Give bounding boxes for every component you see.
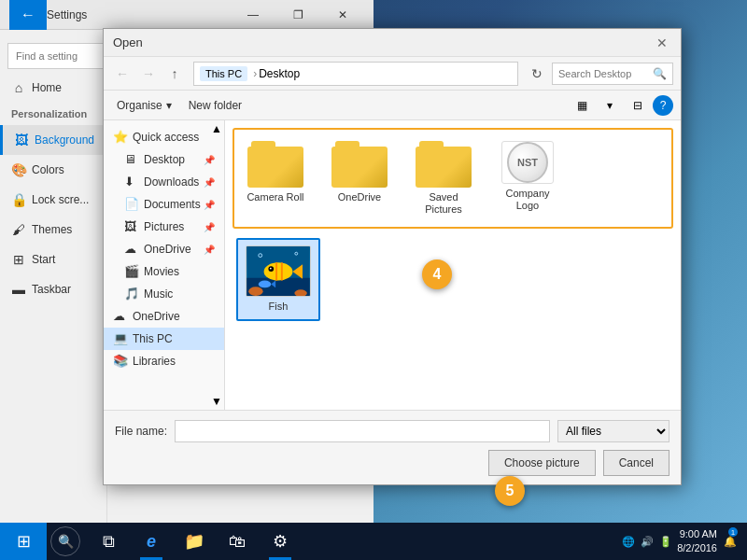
- forward-button[interactable]: →: [137, 63, 160, 85]
- help-button[interactable]: ?: [653, 95, 673, 116]
- sidebar-item-start[interactable]: ⊞ Start: [0, 245, 106, 274]
- sidebar-item-start-label: Start: [32, 253, 55, 266]
- nav-item-onedrive-qa[interactable]: ☁ OneDrive 📌: [104, 238, 224, 260]
- scroll-up-icon[interactable]: ▲: [211, 122, 222, 135]
- view-preview-icon: ▦: [577, 99, 587, 112]
- filename-input[interactable]: [175, 420, 550, 442]
- new-folder-button[interactable]: New folder: [183, 94, 247, 117]
- close-button[interactable]: ✕: [321, 0, 364, 30]
- view-details-button[interactable]: ⊟: [625, 94, 651, 117]
- tray-time-text: 9:00 AM: [677, 527, 717, 541]
- dialog-title: Open: [113, 35, 653, 49]
- settings-search-input[interactable]: [7, 43, 104, 69]
- tray-battery-icon[interactable]: 🔋: [658, 534, 673, 549]
- search-icon: 🔍: [653, 67, 667, 80]
- sidebar-item-colors[interactable]: 🎨 Colors: [0, 155, 106, 185]
- up-button[interactable]: ↑: [163, 63, 186, 85]
- view-preview-button[interactable]: ▦: [569, 94, 595, 117]
- folder-body-onedrive: [331, 147, 388, 188]
- svg-point-4: [264, 263, 293, 281]
- nav-item-libraries-label: Libraries: [133, 355, 176, 368]
- home-icon: ⌂: [11, 80, 26, 95]
- desktop-pin-icon: 📌: [204, 155, 215, 165]
- colors-icon: 🎨: [11, 162, 26, 177]
- nav-item-documents[interactable]: 📄 Documents 📌: [104, 193, 224, 216]
- scroll-down-icon[interactable]: ▼: [211, 395, 222, 408]
- view-dropdown-icon: ▾: [607, 99, 613, 112]
- notification-icon: 🔔: [724, 536, 737, 548]
- filetype-select[interactable]: All files: [557, 420, 669, 442]
- cancel-button[interactable]: Cancel: [603, 450, 669, 476]
- libraries-icon: 📚: [113, 354, 128, 369]
- nav-item-pictures[interactable]: 🖼 Pictures 📌: [104, 216, 224, 238]
- company-logo-icon: NST: [501, 141, 554, 184]
- downloads-pin-icon: 📌: [204, 177, 215, 188]
- organise-button[interactable]: Organise ▾: [111, 94, 177, 117]
- file-item-company-logo[interactable]: NST Company Logo: [490, 133, 565, 223]
- nav-item-onedrive-label: OneDrive: [133, 310, 180, 323]
- onedrive-qa-icon: ☁: [124, 242, 139, 257]
- dialog-close-button[interactable]: ✕: [653, 34, 671, 52]
- file-item-onedrive[interactable]: OneDrive: [322, 133, 397, 223]
- music-icon: 🎵: [124, 287, 139, 301]
- sidebar-item-themes[interactable]: 🖌 Themes: [0, 215, 106, 245]
- taskbar-taskview[interactable]: ⧉: [88, 523, 129, 560]
- dialog-body: ▲ ⭐ Quick access 🖥 Desktop 📌 ⬇ Downloads…: [104, 120, 681, 410]
- view-dropdown-button[interactable]: ▾: [597, 94, 623, 117]
- taskbar-search-button[interactable]: 🔍: [50, 526, 80, 556]
- sidebar-item-background[interactable]: 🖼 Background: [0, 125, 106, 155]
- nav-item-onedrive[interactable]: ☁ OneDrive: [104, 305, 224, 328]
- taskbar: ⊞ 🔍 ⧉ e 📁 🛍 ⚙ 🌐 🔊 🔋 9:00 AM 8/2/2016 🔔 1: [0, 523, 747, 560]
- restore-button[interactable]: ❐: [276, 0, 319, 30]
- quick-access-icon: ⭐: [113, 130, 128, 145]
- file-item-saved-pictures[interactable]: Saved Pictures: [406, 133, 481, 223]
- tray-datetime[interactable]: 9:00 AM 8/2/2016: [677, 527, 717, 556]
- nav-item-movies[interactable]: 🎬 Movies: [104, 260, 224, 283]
- taskbar-store[interactable]: 🛍: [217, 523, 258, 560]
- sidebar-item-home-label: Home: [32, 81, 62, 94]
- badge-4-label: 4: [433, 266, 442, 283]
- nav-item-desktop-label: Desktop: [144, 153, 185, 166]
- onedrive-folder-icon: [331, 141, 388, 188]
- sidebar-item-taskbar[interactable]: ▬ Taskbar: [0, 274, 106, 304]
- settings-back-button[interactable]: ←: [9, 0, 47, 34]
- nav-item-libraries[interactable]: 📚 Libraries: [104, 350, 224, 372]
- filename-label: File name:: [115, 425, 167, 438]
- dialog-nav: ▲ ⭐ Quick access 🖥 Desktop 📌 ⬇ Downloads…: [104, 120, 225, 410]
- refresh-button[interactable]: ↻: [526, 63, 548, 85]
- nav-item-quick-access[interactable]: ⭐ Quick access: [104, 126, 224, 148]
- breadcrumb-folder: Desktop: [259, 67, 300, 80]
- nav-item-quick-access-label: Quick access: [133, 131, 199, 144]
- breadcrumb-bar[interactable]: This PC › Desktop: [193, 62, 518, 86]
- minimize-button[interactable]: —: [232, 0, 275, 30]
- start-icon: ⊞: [11, 252, 26, 267]
- taskbar-edge[interactable]: e: [131, 523, 172, 560]
- nav-item-downloads[interactable]: ⬇ Downloads 📌: [104, 171, 224, 193]
- nav-item-this-pc[interactable]: 💻 This PC: [104, 328, 224, 350]
- file-item-camera-roll[interactable]: Camera Roll: [238, 133, 313, 223]
- view-details-icon: ⊟: [633, 99, 642, 112]
- notification-button[interactable]: 🔔 1: [721, 523, 740, 560]
- taskbar-explorer[interactable]: 📁: [174, 523, 215, 560]
- breadcrumb-separator: ›: [253, 67, 257, 80]
- taskbar-settings[interactable]: ⚙: [260, 523, 301, 560]
- nav-item-desktop[interactable]: 🖥 Desktop 📌: [104, 148, 224, 171]
- sidebar-item-lockscreen[interactable]: 🔒 Lock scre...: [0, 185, 106, 215]
- nav-item-music[interactable]: 🎵 Music: [104, 283, 224, 305]
- search-input[interactable]: [558, 68, 653, 79]
- taskbar-items: ⧉ e 📁 🛍 ⚙: [84, 523, 304, 560]
- organise-chevron-icon: ▾: [166, 99, 172, 112]
- tray-network-icon[interactable]: 🌐: [621, 534, 636, 549]
- nav-item-pictures-label: Pictures: [144, 220, 184, 233]
- sidebar-item-lockscreen-label: Lock scre...: [32, 193, 89, 206]
- sidebar-item-colors-label: Colors: [32, 163, 64, 176]
- choose-picture-button[interactable]: Choose picture: [488, 450, 596, 476]
- lockscreen-icon: 🔒: [11, 192, 26, 207]
- start-button[interactable]: ⊞: [0, 523, 47, 560]
- sidebar-item-taskbar-label: Taskbar: [32, 283, 71, 296]
- nav-item-onedrive-qa-label: OneDrive: [144, 243, 191, 256]
- file-item-fish[interactable]: Fish: [236, 238, 320, 320]
- back-button[interactable]: ←: [111, 63, 134, 85]
- tray-volume-icon[interactable]: 🔊: [640, 534, 655, 549]
- sidebar-item-home[interactable]: ⌂ Home: [0, 73, 106, 103]
